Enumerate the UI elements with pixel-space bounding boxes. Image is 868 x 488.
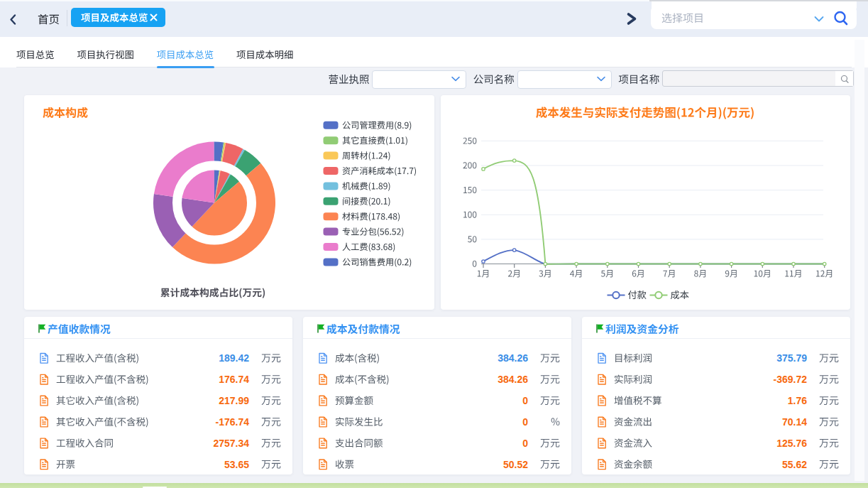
svg-text:70.14: 70.14 <box>782 416 807 428</box>
svg-text:53.65: 53.65 <box>224 459 249 470</box>
svg-text:55.62: 55.62 <box>782 459 807 470</box>
svg-text:0: 0 <box>522 416 528 428</box>
svg-text:375.79: 375.79 <box>776 352 807 364</box>
svg-text:1.76: 1.76 <box>788 395 807 406</box>
svg-text:-369.72: -369.72 <box>774 374 808 385</box>
svg-text:0: 0 <box>522 438 528 449</box>
svg-text:50.52: 50.52 <box>503 459 528 470</box>
svg-text:2757.34: 2757.34 <box>213 438 249 449</box>
svg-text:125.76: 125.76 <box>776 438 807 449</box>
svg-text:-176.74: -176.74 <box>216 416 250 428</box>
svg-text:217.99: 217.99 <box>219 395 249 406</box>
svg-text:176.74: 176.74 <box>219 374 249 385</box>
svg-text:189.42: 189.42 <box>219 352 249 364</box>
svg-text:384.26: 384.26 <box>498 374 528 385</box>
svg-text:0: 0 <box>522 395 528 406</box>
svg-text:384.26: 384.26 <box>498 352 528 364</box>
